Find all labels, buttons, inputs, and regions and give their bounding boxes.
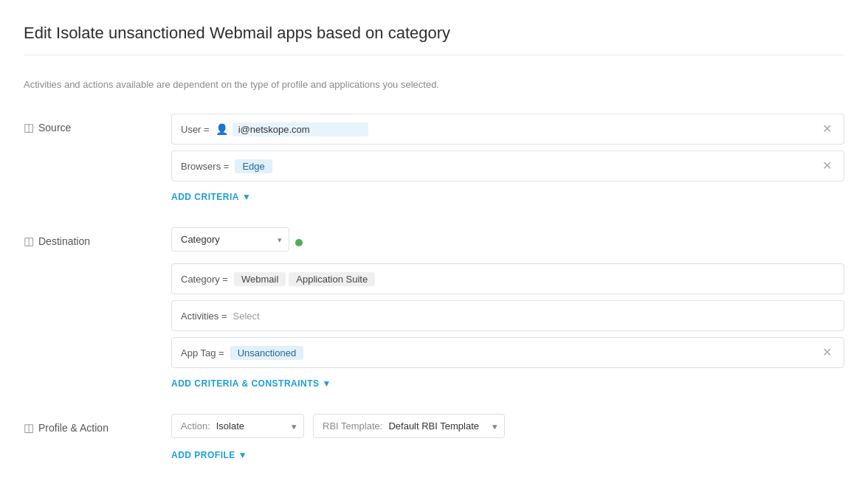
action-dropdown-wrapper: Action:Isolate▾ Isolate Allow Block bbox=[171, 414, 304, 438]
profile-person-icon: ◫ bbox=[24, 421, 34, 434]
source-section: ◫ Source User = 👤 ✕ Browsers = Edge ✕ AD… bbox=[24, 114, 844, 207]
activities-row: Activities = Select bbox=[171, 300, 844, 331]
browsers-row-close-button[interactable]: ✕ bbox=[819, 159, 835, 173]
user-email-input[interactable] bbox=[232, 122, 368, 136]
source-label: ◫ Source bbox=[24, 114, 171, 134]
browsers-label: Browsers = bbox=[181, 161, 229, 172]
activities-label: Activities = bbox=[181, 311, 227, 322]
apptag-value-tag: Unsanctioned bbox=[230, 346, 304, 360]
source-content: User = 👤 ✕ Browsers = Edge ✕ ADD CRITERI… bbox=[171, 114, 844, 207]
add-criteria-constraints-button[interactable]: ADD CRITERIA & CONSTRAINTS ▼ bbox=[171, 374, 331, 393]
add-profile-button[interactable]: ADD PROFILE ▼ bbox=[171, 446, 247, 465]
user-row-close-button[interactable]: ✕ bbox=[819, 122, 835, 136]
destination-content: Category URL Domain App Category = Webma… bbox=[171, 227, 844, 393]
category-dropdown[interactable]: Category URL Domain App bbox=[171, 227, 289, 252]
browsers-value-tag: Edge bbox=[235, 159, 272, 173]
category-tag-webmail: Webmail bbox=[234, 272, 286, 286]
user-criteria-row: User = 👤 ✕ bbox=[171, 114, 844, 145]
category-tags-container: Webmail Application Suite bbox=[234, 272, 375, 286]
rbi-dropdown-wrapper: RBI Template:Default RBI Template▾ Defau… bbox=[313, 414, 505, 438]
add-profile-chevron-icon: ▼ bbox=[238, 450, 247, 460]
category-tag-appsuite: Application Suite bbox=[289, 272, 375, 286]
destination-top-row: Category URL Domain App bbox=[171, 227, 844, 257]
add-criteria-constraints-chevron-icon: ▼ bbox=[323, 378, 331, 389]
activities-select-text: Select bbox=[233, 311, 260, 322]
green-status-dot bbox=[295, 239, 303, 246]
apptag-row-close-button[interactable]: ✕ bbox=[819, 345, 835, 360]
category-row-label: Category = bbox=[181, 274, 228, 285]
destination-label: ◫ Destination bbox=[24, 227, 171, 248]
profile-action-dropdowns: Action:Isolate▾ Isolate Allow Block RBI … bbox=[171, 414, 844, 438]
category-tags-row: Category = Webmail Application Suite bbox=[171, 263, 844, 294]
add-criteria-button[interactable]: ADD CRITERIA ▼ bbox=[171, 187, 251, 207]
person-icon: ◫ bbox=[24, 121, 34, 134]
browsers-criteria-row: Browsers = Edge ✕ bbox=[171, 150, 844, 181]
destination-section: ◫ Destination Category URL Domain App Ca… bbox=[24, 227, 844, 393]
user-icon: 👤 bbox=[216, 123, 228, 135]
user-label: User = bbox=[181, 124, 210, 135]
apptag-label: App Tag = bbox=[181, 347, 224, 358]
apptag-row: App Tag = Unsanctioned ✕ bbox=[171, 337, 844, 368]
category-select-wrapper: Category URL Domain App bbox=[171, 227, 289, 252]
profile-action-label: ◫ Profile & Action bbox=[24, 414, 171, 434]
destination-person-icon: ◫ bbox=[24, 235, 34, 248]
profile-action-section: ◫ Profile & Action Action:Isolate▾ Isola… bbox=[24, 414, 844, 465]
page-title: Edit Isolate unsanctioned Webmail apps b… bbox=[24, 24, 844, 55]
add-criteria-chevron-icon: ▼ bbox=[242, 192, 251, 202]
profile-action-content: Action:Isolate▾ Isolate Allow Block RBI … bbox=[171, 414, 844, 465]
page-subtitle: Activities and actions available are dep… bbox=[24, 79, 844, 90]
